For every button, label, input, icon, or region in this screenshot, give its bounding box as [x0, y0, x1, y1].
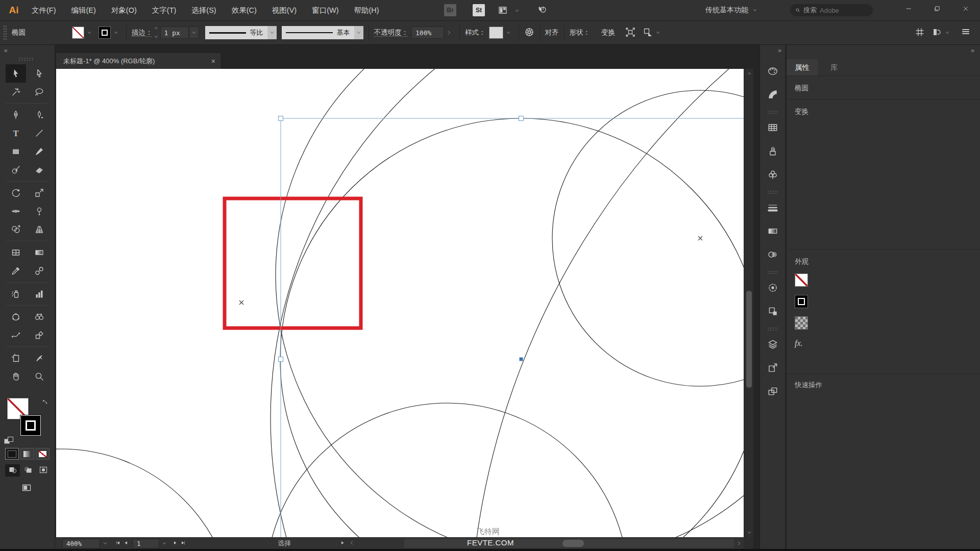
collapse-toolbar-icon[interactable]: « — [4, 47, 7, 54]
dock-drag-handle[interactable] — [767, 327, 778, 331]
maximize-button[interactable] — [923, 0, 951, 17]
change-screen-mode-button[interactable] — [14, 482, 39, 495]
select-similar-chevron-icon[interactable] — [653, 26, 663, 39]
layers-panel-icon[interactable] — [763, 334, 783, 355]
search-input[interactable]: 搜索 Adobe — [790, 4, 873, 16]
gradient-button[interactable] — [20, 448, 34, 460]
zoom-chevron-icon[interactable] — [100, 537, 110, 550]
free-transform-tool[interactable] — [6, 308, 26, 326]
eyedropper-tool[interactable] — [6, 262, 26, 280]
control-bar-drag-handle[interactable] — [3, 25, 7, 40]
swatches-panel-icon[interactable] — [763, 117, 783, 138]
artboard-tool[interactable] — [6, 349, 26, 367]
recolor-artwork-icon[interactable] — [524, 27, 534, 39]
puppet-warp-tool[interactable] — [29, 202, 50, 220]
draw-inside-mode-button[interactable] — [36, 464, 51, 477]
ellipse-outline[interactable] — [276, 69, 744, 537]
ellipse-outline[interactable] — [271, 69, 744, 537]
brush-definition-dropdown[interactable]: 基本 — [282, 26, 363, 39]
color-guide-panel-icon[interactable] — [763, 84, 783, 105]
stroke-chevron-icon[interactable] — [111, 26, 121, 39]
bridge-icon[interactable]: Br — [444, 4, 456, 16]
graphic-styles-panel-icon[interactable] — [763, 301, 783, 321]
zoom-tool[interactable] — [29, 367, 50, 386]
eraser-tool[interactable] — [29, 161, 50, 179]
last-artboard-icon[interactable] — [181, 540, 186, 547]
stock-icon[interactable]: St — [473, 4, 485, 16]
menu-item[interactable]: 编辑(E) — [71, 6, 96, 15]
stroke-color-swatch[interactable] — [99, 27, 111, 39]
draw-normal-mode-button[interactable] — [5, 464, 20, 477]
arrange-documents-icon[interactable] — [498, 5, 508, 17]
width-profile-chevron-icon[interactable] — [267, 26, 277, 39]
transparency-panel-icon[interactable] — [763, 244, 783, 265]
shape-builder-tool[interactable] — [6, 220, 26, 239]
previous-artboard-icon[interactable] — [124, 540, 129, 547]
scroll-down-icon[interactable] — [744, 528, 754, 537]
menu-item[interactable]: 视图(V) — [272, 6, 297, 15]
scale-tool[interactable] — [29, 184, 50, 202]
selection-handle[interactable] — [279, 357, 283, 362]
swap-fill-stroke-icon[interactable] — [41, 399, 48, 408]
column-graph-tool[interactable] — [29, 285, 50, 303]
stroke-panel-icon[interactable] — [763, 197, 783, 218]
scroll-up-icon[interactable] — [744, 69, 754, 78]
document-grid-icon[interactable] — [915, 27, 925, 39]
stepper-up-icon[interactable] — [154, 24, 159, 32]
artboard-chevron-icon[interactable] — [159, 537, 169, 550]
appearance-opacity-swatch[interactable] — [795, 316, 808, 330]
menu-item[interactable]: 效果(C) — [232, 6, 257, 15]
transform-button[interactable]: 变换 — [601, 28, 615, 37]
opacity-label[interactable]: 不透明度： — [374, 28, 409, 37]
fill-chevron-icon[interactable] — [84, 26, 94, 39]
mesh-tool[interactable] — [6, 243, 26, 262]
asset-export-panel-icon[interactable] — [763, 381, 783, 402]
dock-chevron-icon[interactable] — [942, 26, 952, 39]
slice-tool[interactable] — [29, 326, 50, 344]
select-similar-objects-icon[interactable] — [643, 27, 653, 39]
status-bar-arrow-icon[interactable] — [340, 540, 345, 547]
workspace-switcher[interactable]: 传统基本功能 — [705, 0, 757, 20]
ellipse-outline[interactable] — [552, 90, 744, 386]
artboards-panel-icon[interactable] — [763, 358, 783, 378]
opacity-field[interactable]: 100% — [411, 27, 444, 39]
rectangle-tool[interactable] — [6, 142, 26, 161]
fill-color-swatch[interactable] — [72, 27, 84, 39]
lasso-tool[interactable] — [29, 83, 50, 101]
ellipse-outline[interactable] — [266, 403, 628, 537]
brushes-panel-icon[interactable] — [763, 141, 783, 161]
selection-handle[interactable] — [519, 116, 524, 121]
default-fill-stroke-icon[interactable] — [4, 437, 13, 444]
scroll-left-icon[interactable] — [349, 540, 354, 547]
horizontal-scrollbar[interactable] — [404, 539, 734, 548]
magic-wand-tool[interactable] — [6, 83, 26, 101]
horizontal-scroll-thumb[interactable] — [562, 540, 584, 547]
opacity-panel-arrow-icon[interactable] — [444, 26, 454, 39]
menu-item[interactable]: 选择(S) — [191, 6, 216, 15]
stroke-swatch[interactable] — [20, 415, 41, 436]
hand-tool[interactable] — [6, 367, 26, 386]
stroke-weight-stepper[interactable] — [153, 26, 160, 39]
line-segment-tool[interactable] — [29, 124, 50, 142]
shaper-tool[interactable] — [6, 161, 26, 179]
pen-tool[interactable] — [6, 106, 26, 124]
smooth-tool[interactable] — [6, 326, 26, 344]
symbol-sprayer-tool[interactable] — [6, 285, 26, 303]
menu-item[interactable]: 对象(O) — [111, 6, 137, 15]
stroke-weight-label[interactable]: 描边： — [132, 28, 153, 37]
ellipse-outline[interactable] — [470, 69, 744, 537]
none-button[interactable] — [36, 448, 50, 460]
zoom-level-field[interactable]: 400% — [62, 539, 100, 548]
red-square-path[interactable] — [225, 198, 361, 328]
type-tool[interactable]: T — [6, 124, 26, 142]
close-tab-icon[interactable]: × — [211, 57, 215, 65]
appearance-fill-swatch[interactable] — [795, 273, 808, 287]
brush-definition-chevron-icon[interactable] — [354, 26, 363, 39]
artboard-number-field[interactable]: 1 — [133, 539, 159, 548]
style-chevron-icon[interactable] — [503, 26, 513, 39]
stepper-down-icon[interactable] — [154, 33, 159, 41]
curvature-tool[interactable] — [29, 106, 50, 124]
close-button[interactable] — [951, 0, 980, 17]
menu-item[interactable]: 文字(T) — [152, 6, 177, 15]
color-button[interactable] — [5, 448, 19, 460]
